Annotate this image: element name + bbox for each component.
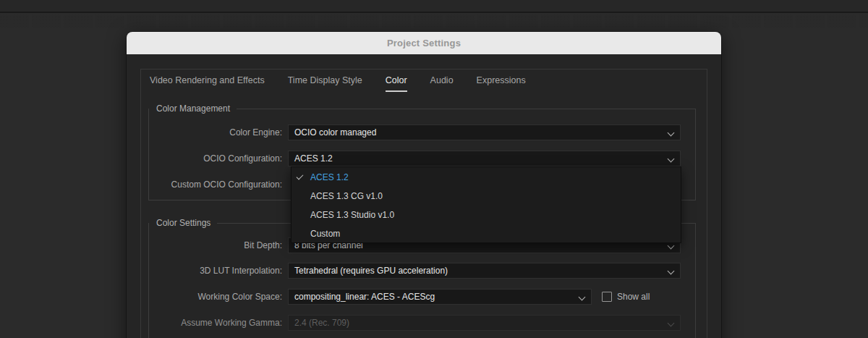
menu-item-aces-1-3-studio[interactable]: ACES 1.3 Studio v1.0 xyxy=(292,206,681,224)
settings-tabs: Video Rendering and Effects Time Display… xyxy=(150,74,549,94)
assume-working-gamma-label: Assume Working Gamma: xyxy=(148,318,282,328)
tab-audio[interactable]: Audio xyxy=(430,74,454,92)
screenshot-root: Project Settings Video Rendering and Eff… xyxy=(0,0,868,338)
chevron-down-icon xyxy=(668,130,675,137)
color-engine-row: Color Engine: OCIO color managed xyxy=(148,124,696,140)
lut-interpolation-label: 3D LUT Interpolation: xyxy=(148,266,282,276)
menu-item-aces-1-3-cg[interactable]: ACES 1.3 CG v1.0 xyxy=(292,187,681,206)
chevron-down-icon xyxy=(668,268,675,275)
assume-working-gamma-row: Assume Working Gamma: 2.4 (Rec. 709) xyxy=(148,315,696,331)
bit-depth-label: Bit Depth: xyxy=(148,240,282,250)
lut-interpolation-value: Tetrahedral (requires GPU acceleration) xyxy=(294,266,448,276)
custom-ocio-configuration-label: Custom OCIO Configuration: xyxy=(148,179,282,190)
color-engine-label: Color Engine: xyxy=(148,127,282,138)
tab-expressions[interactable]: Expressions xyxy=(477,74,526,92)
ocio-configuration-row: OCIO Configuration: ACES 1.2 xyxy=(148,151,696,166)
show-all-label: Show all xyxy=(617,292,650,302)
color-engine-select[interactable]: OCIO color managed xyxy=(288,124,681,140)
menu-item-label: ACES 1.2 xyxy=(310,172,349,182)
chevron-down-icon xyxy=(668,242,675,250)
ocio-configuration-dropdown-menu: ACES 1.2 ACES 1.3 CG v1.0 ACES 1.3 Studi… xyxy=(291,166,681,243)
check-icon xyxy=(297,173,304,180)
menu-item-label: Custom xyxy=(310,229,340,239)
color-settings-group-title: Color Settings xyxy=(156,218,217,228)
menu-item-label: ACES 1.3 CG v1.0 xyxy=(310,191,383,201)
tab-video-rendering-and-effects[interactable]: Video Rendering and Effects xyxy=(150,74,265,92)
dialog-title: Project Settings xyxy=(387,38,461,48)
background-app-menubar xyxy=(0,0,868,13)
project-settings-dialog: Project Settings Video Rendering and Eff… xyxy=(127,32,721,338)
assume-working-gamma-select: 2.4 (Rec. 709) xyxy=(288,315,681,331)
tab-time-display-style[interactable]: Time Display Style xyxy=(288,74,362,92)
background-app-toolbar xyxy=(0,14,868,28)
ocio-configuration-label: OCIO Configuration: xyxy=(148,153,282,164)
chevron-down-icon xyxy=(668,156,675,163)
menu-item-custom[interactable]: Custom xyxy=(292,224,681,243)
group-divider-line xyxy=(237,109,695,109)
menu-item-aces-1-2[interactable]: ACES 1.2 xyxy=(292,168,681,187)
ocio-configuration-value: ACES 1.2 xyxy=(294,153,333,164)
color-engine-value: OCIO color managed xyxy=(294,127,376,138)
tab-color[interactable]: Color xyxy=(386,74,407,92)
working-color-space-value: compositing_linear: ACES - ACEScg xyxy=(294,292,435,302)
lut-interpolation-row: 3D LUT Interpolation: Tetrahedral (requi… xyxy=(148,263,696,279)
show-all-control: Show all xyxy=(602,292,650,302)
working-color-space-row: Working Color Space: compositing_linear:… xyxy=(148,289,696,305)
menu-item-label: ACES 1.3 Studio v1.0 xyxy=(310,210,394,220)
dialog-titlebar[interactable]: Project Settings xyxy=(127,32,721,54)
color-management-group-title: Color Management xyxy=(156,103,237,114)
working-color-space-label: Working Color Space: xyxy=(148,292,282,302)
chevron-down-icon xyxy=(579,294,586,301)
show-all-checkbox[interactable] xyxy=(602,292,612,302)
working-color-space-select[interactable]: compositing_linear: ACES - ACEScg xyxy=(288,289,592,305)
chevron-down-icon xyxy=(668,320,675,327)
lut-interpolation-select[interactable]: Tetrahedral (requires GPU acceleration) xyxy=(288,263,681,279)
assume-working-gamma-value: 2.4 (Rec. 709) xyxy=(294,318,349,328)
ocio-configuration-select[interactable]: ACES 1.2 xyxy=(288,151,681,166)
